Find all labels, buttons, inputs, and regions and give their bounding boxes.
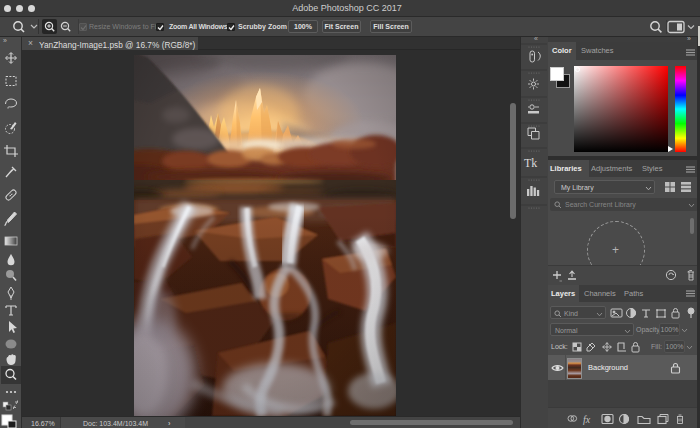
svg-text:Tk: Tk bbox=[524, 156, 537, 170]
svg-text:fx: fx bbox=[583, 414, 591, 425]
